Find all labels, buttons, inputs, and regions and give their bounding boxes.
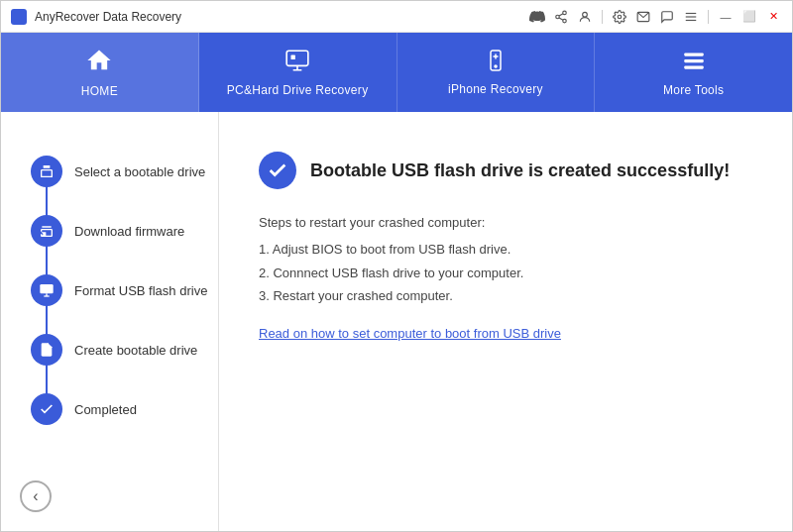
svg-point-5 [583,12,588,17]
step-2-circle [31,215,62,247]
back-icon: ‹ [33,487,38,505]
step-info-1: 1. Adjust BIOS to boot from USB flash dr… [259,238,752,261]
restore-button[interactable]: ⬜ [740,8,758,26]
svg-point-6 [618,15,622,19]
pc-recovery-icon [284,48,310,77]
svg-rect-17 [684,65,704,68]
success-title: Bootable USB flash drive is created succ… [310,160,730,181]
svg-point-0 [563,11,567,14]
back-button[interactable]: ‹ [20,480,52,512]
step-5-label: Completed [74,402,137,417]
home-icon [85,47,113,78]
user-icon[interactable] [576,8,594,26]
step-4-circle [31,334,62,366]
main-content: Select a bootable drive Download firmwar… [1,112,792,532]
step-3-label: Format USB flash drive [74,283,207,298]
sep1 [602,10,603,24]
step-4-label: Create bootable drive [74,343,197,358]
titlebar-left: AnyRecover Data Recovery [11,9,181,25]
svg-point-14 [495,65,497,67]
step-2: Download firmware [31,201,218,261]
sep2 [708,10,709,24]
nav-pc-label: PC&Hard Drive Recovery [227,83,369,97]
nav-more-label: More Tools [663,83,724,97]
step-3: Format USB flash drive [31,261,218,320]
steps-info: Steps to restart your crashed computer: … [259,211,752,308]
svg-point-1 [556,15,560,19]
step-3-circle [31,274,62,306]
nav-iphone-recovery[interactable]: iPhone Recovery [397,33,596,112]
nav-iphone-label: iPhone Recovery [448,82,543,96]
read-more-link[interactable]: Read on how to set computer to boot from… [259,326,561,341]
step-1: Select a bootable drive [31,142,218,201]
app-title: AnyRecover Data Recovery [35,10,181,24]
svg-rect-16 [684,59,704,62]
step-info-3: 3. Restart your crashed computer. [259,284,752,307]
svg-line-4 [559,13,563,15]
nav-home[interactable]: HOME [1,33,199,112]
nav-more-tools[interactable]: More Tools [595,33,792,112]
titlebar-right: — ⬜ ✕ [528,8,782,26]
svg-line-3 [559,17,563,19]
titlebar: AnyRecover Data Recovery — ⬜ ✕ [1,1,792,33]
navbar: HOME PC&Hard Drive Recovery iPhone Recov… [1,33,792,112]
svg-rect-11 [286,51,308,65]
menu-icon[interactable] [682,8,700,26]
step-1-label: Select a bootable drive [74,164,205,179]
svg-rect-15 [684,53,704,55]
discord-icon[interactable] [528,8,546,26]
settings-icon[interactable] [611,8,628,26]
step-5: Completed [31,379,218,439]
share-icon[interactable] [552,8,570,26]
step-info-2: 2. Connnect USB flash drive to your comp… [259,262,752,284]
svg-rect-18 [40,284,53,293]
svg-rect-12 [291,55,295,59]
success-check-icon [259,152,296,189]
steps-heading: Steps to restart your crashed computer: [259,211,752,234]
step-2-label: Download firmware [74,224,184,239]
chat-icon[interactable] [658,8,676,26]
close-button[interactable]: ✕ [764,8,782,26]
success-banner: Bootable USB flash drive is created succ… [259,152,752,189]
nav-pc-recovery[interactable]: PC&Hard Drive Recovery [199,33,397,112]
svg-point-2 [563,19,567,23]
step-1-circle [31,156,62,187]
nav-home-label: HOME [81,84,118,98]
content-area: Bootable USB flash drive is created succ… [219,112,792,532]
step-5-circle [31,393,62,425]
more-tools-icon [681,48,707,77]
app-logo [11,9,27,25]
email-icon[interactable] [634,8,652,26]
sidebar: Select a bootable drive Download firmwar… [1,112,219,532]
step-4: Create bootable drive [31,320,218,379]
minimize-button[interactable]: — [717,8,735,26]
iphone-icon [484,49,508,76]
